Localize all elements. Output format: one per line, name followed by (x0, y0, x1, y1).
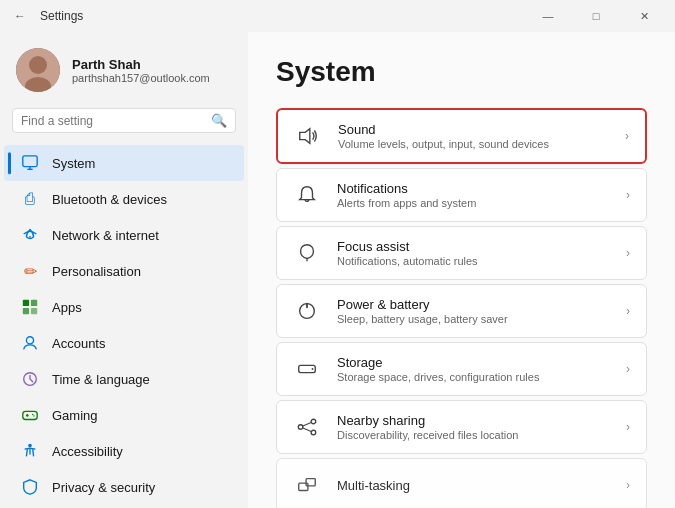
gaming-icon (20, 405, 40, 425)
settings-desc-notifications: Alerts from apps and system (337, 197, 610, 209)
accounts-icon (20, 333, 40, 353)
svg-point-6 (29, 236, 31, 238)
back-icon: ← (14, 9, 26, 23)
settings-item-nearby-sharing[interactable]: Nearby sharing Discoverability, received… (276, 400, 647, 454)
sidebar: Parth Shah parthshah157@outlook.com 🔍 Sy… (0, 32, 248, 508)
multitasking-icon (293, 471, 321, 499)
bluetooth-icon: ⎙ (20, 189, 40, 209)
settings-text-sound: Sound Volume levels, output, input, soun… (338, 122, 609, 150)
back-button[interactable]: ← (8, 4, 32, 28)
svg-line-28 (303, 428, 311, 431)
settings-item-power[interactable]: Power & battery Sleep, battery usage, ba… (276, 284, 647, 338)
close-button[interactable]: ✕ (621, 0, 667, 32)
settings-text-nearby-sharing: Nearby sharing Discoverability, received… (337, 413, 610, 441)
network-icon (20, 225, 40, 245)
sidebar-item-label-accounts: Accounts (52, 336, 105, 351)
settings-name-power: Power & battery (337, 297, 610, 312)
system-icon (20, 153, 40, 173)
chevron-icon-power: › (626, 304, 630, 318)
settings-list: Sound Volume levels, output, input, soun… (276, 108, 647, 508)
sidebar-item-time[interactable]: Time & language (4, 361, 244, 397)
minimize-icon: — (543, 10, 554, 22)
svg-rect-9 (23, 308, 29, 314)
accessibility-icon (20, 441, 40, 461)
search-box[interactable]: 🔍 (12, 108, 236, 133)
sidebar-item-personalisation[interactable]: ✏ Personalisation (4, 253, 244, 289)
sidebar-item-accounts[interactable]: Accounts (4, 325, 244, 361)
chevron-icon-nearby-sharing: › (626, 420, 630, 434)
svg-point-24 (298, 425, 303, 430)
sound-icon (294, 122, 322, 150)
sidebar-item-label-gaming: Gaming (52, 408, 98, 423)
settings-text-multitasking: Multi-tasking (337, 478, 610, 493)
chevron-icon-sound: › (625, 129, 629, 143)
settings-text-power: Power & battery Sleep, battery usage, ba… (337, 297, 610, 325)
svg-point-1 (29, 56, 47, 74)
settings-text-focus-assist: Focus assist Notifications, automatic ru… (337, 239, 610, 267)
chevron-icon-focus-assist: › (626, 246, 630, 260)
settings-item-multitasking[interactable]: Multi-tasking › (276, 458, 647, 508)
svg-rect-8 (31, 300, 37, 306)
sidebar-item-privacy[interactable]: Privacy & security (4, 469, 244, 505)
chevron-icon-multitasking: › (626, 478, 630, 492)
settings-name-storage: Storage (337, 355, 610, 370)
window-title: Settings (40, 9, 517, 23)
svg-point-23 (312, 368, 314, 370)
sidebar-item-label-apps: Apps (52, 300, 82, 315)
settings-text-storage: Storage Storage space, drives, configura… (337, 355, 610, 383)
settings-name-sound: Sound (338, 122, 609, 137)
main-content: System Sound Volume levels, output, inpu… (248, 32, 675, 508)
sidebar-item-bluetooth[interactable]: ⎙ Bluetooth & devices (4, 181, 244, 217)
user-name: Parth Shah (72, 57, 210, 72)
settings-desc-sound: Volume levels, output, input, sound devi… (338, 138, 609, 150)
chevron-icon-notifications: › (626, 188, 630, 202)
user-email: parthshah157@outlook.com (72, 72, 210, 84)
search-input[interactable] (21, 114, 205, 128)
sidebar-item-label-personalisation: Personalisation (52, 264, 141, 279)
minimize-button[interactable]: — (525, 0, 571, 32)
avatar (16, 48, 60, 92)
privacy-icon (20, 477, 40, 497)
close-icon: ✕ (640, 10, 649, 23)
svg-rect-13 (23, 411, 37, 419)
settings-item-sound[interactable]: Sound Volume levels, output, input, soun… (276, 108, 647, 164)
titlebar: ← Settings — □ ✕ (0, 0, 675, 32)
sidebar-item-label-system: System (52, 156, 95, 171)
svg-point-16 (32, 414, 33, 415)
chevron-icon-storage: › (626, 362, 630, 376)
settings-name-nearby-sharing: Nearby sharing (337, 413, 610, 428)
svg-point-25 (311, 419, 316, 424)
settings-item-notifications[interactable]: Notifications Alerts from apps and syste… (276, 168, 647, 222)
svg-point-11 (26, 337, 33, 344)
sidebar-item-gaming[interactable]: Gaming (4, 397, 244, 433)
settings-desc-storage: Storage space, drives, configuration rul… (337, 371, 610, 383)
app-body: Parth Shah parthshah157@outlook.com 🔍 Sy… (0, 32, 675, 508)
sidebar-item-label-bluetooth: Bluetooth & devices (52, 192, 167, 207)
settings-name-multitasking: Multi-tasking (337, 478, 610, 493)
settings-name-notifications: Notifications (337, 181, 610, 196)
time-icon (20, 369, 40, 389)
settings-item-storage[interactable]: Storage Storage space, drives, configura… (276, 342, 647, 396)
sidebar-item-apps[interactable]: Apps (4, 289, 244, 325)
sidebar-item-label-accessibility: Accessibility (52, 444, 123, 459)
focus-assist-icon (293, 239, 321, 267)
user-profile[interactable]: Parth Shah parthshah157@outlook.com (0, 36, 248, 108)
settings-name-focus-assist: Focus assist (337, 239, 610, 254)
sidebar-item-label-time: Time & language (52, 372, 150, 387)
user-info: Parth Shah parthshah157@outlook.com (72, 57, 210, 84)
sidebar-item-network[interactable]: Network & internet (4, 217, 244, 253)
svg-rect-3 (23, 156, 37, 167)
sidebar-item-system[interactable]: System (4, 145, 244, 181)
svg-point-17 (33, 415, 34, 416)
storage-icon (293, 355, 321, 383)
maximize-button[interactable]: □ (573, 0, 619, 32)
settings-item-focus-assist[interactable]: Focus assist Notifications, automatic ru… (276, 226, 647, 280)
personalisation-icon: ✏ (20, 261, 40, 281)
notifications-icon (293, 181, 321, 209)
svg-line-27 (303, 423, 311, 426)
search-icon: 🔍 (211, 113, 227, 128)
apps-icon (20, 297, 40, 317)
sidebar-item-accessibility[interactable]: Accessibility (4, 433, 244, 469)
maximize-icon: □ (593, 10, 600, 22)
svg-rect-7 (23, 300, 29, 306)
